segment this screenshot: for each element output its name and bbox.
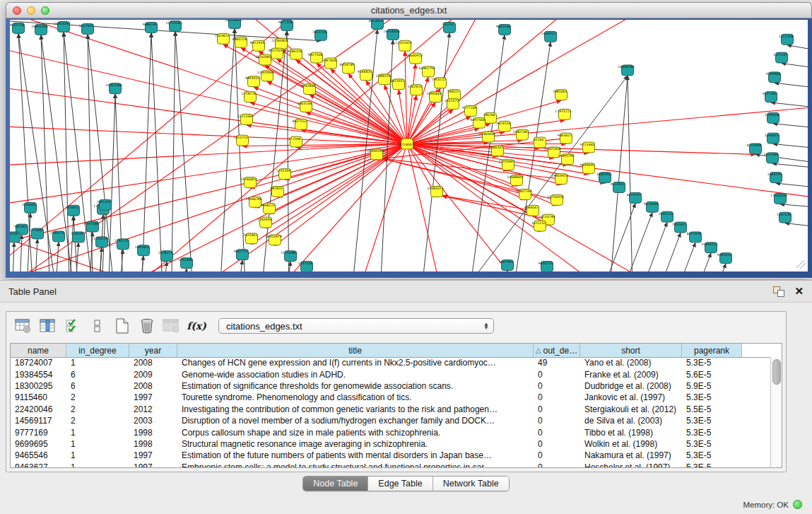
table-cell[interactable]: Embryonic stem cells: a model to study s… — [177, 462, 534, 467]
graph-node[interactable]: 1621064 — [764, 153, 779, 163]
table-row[interactable]: 1456911722003Disruption of a novel membe… — [11, 415, 770, 426]
tab-node-table[interactable]: Node Table — [303, 477, 368, 491]
graph-node[interactable]: 2935114 — [659, 211, 673, 222]
graph-node[interactable]: 1678273 — [158, 251, 173, 262]
canvas-resize-grip[interactable] — [796, 260, 806, 269]
table-cell[interactable]: 0 — [534, 370, 580, 380]
table-cell[interactable]: 5.3E-5 — [682, 392, 742, 402]
graph-node[interactable]: 22260858 — [271, 38, 288, 49]
graph-node[interactable]: 1569295 — [767, 173, 782, 183]
graph-node[interactable]: 1362615 — [408, 85, 423, 95]
table-cell[interactable]: 5.3E-5 — [682, 439, 742, 449]
graph-node[interactable]: 6479197 — [627, 192, 642, 203]
table-cell[interactable]: 9463627 — [11, 462, 66, 467]
table-cell[interactable]: 1 — [66, 450, 129, 460]
graph-node[interactable]: 7485063 — [553, 90, 567, 100]
clear-selection-icon[interactable] — [88, 317, 107, 335]
column-header-title[interactable]: title — [177, 344, 534, 357]
graph-node[interactable]: 1294275 — [50, 231, 65, 242]
table-cell[interactable]: de Silva et al. (2003) — [580, 416, 682, 426]
table-cell[interactable]: 0 — [534, 428, 580, 438]
table-cell[interactable]: Changes of HCN gene expression and I(f) … — [177, 358, 534, 368]
graph-node[interactable]: 6822057 — [390, 79, 405, 90]
table-cell[interactable]: 9115460 — [11, 392, 66, 402]
table-cell[interactable]: 1 — [66, 439, 129, 449]
table-cell[interactable]: 14569117 — [11, 416, 66, 426]
graph-node[interactable]: 9450773 — [539, 262, 553, 271]
table-cell[interactable]: 1997 — [129, 450, 177, 460]
graph-node[interactable]: 19046786 — [245, 197, 261, 207]
graph-node[interactable]: 16053809 — [225, 20, 241, 28]
graph-node[interactable]: 9084067 — [524, 205, 539, 216]
table-row[interactable]: 1830029562008Estimation of significance … — [11, 380, 770, 392]
graph-node[interactable]: 8186328 — [288, 49, 302, 59]
graph-node[interactable]: 1640954 — [596, 173, 611, 183]
table-cell[interactable]: 5.5E-5 — [682, 404, 742, 414]
table-cell[interactable]: 5.3E-5 — [682, 450, 742, 460]
graph-node[interactable]: 20953346 — [105, 83, 122, 94]
table-cell[interactable]: 2012 — [129, 404, 177, 414]
table-cell[interactable]: Hescheler et al. (1997) — [580, 462, 682, 467]
graph-node[interactable]: 8454749 — [340, 63, 355, 74]
table-cell[interactable]: 1998 — [129, 428, 177, 438]
graph-node[interactable]: 887833 — [270, 187, 283, 197]
graph-node[interactable]: 1240994 — [257, 217, 272, 228]
table-cell[interactable]: Franke et al. (2009) — [580, 370, 682, 380]
table-cell[interactable]: Investigating the contribution of common… — [177, 404, 534, 414]
graph-node[interactable]: 62160 — [534, 137, 546, 148]
zoom-window-button[interactable] — [41, 6, 49, 15]
scrollbar-thumb[interactable] — [772, 359, 781, 385]
graph-node[interactable]: 2020657 — [65, 205, 80, 216]
graph-node[interactable]: 10719181 — [165, 21, 182, 31]
graph-node[interactable]: 9355724 — [10, 23, 25, 33]
graph-node[interactable]: 8215958 — [747, 144, 762, 154]
table-row[interactable]: 946554611997Estimation of the future num… — [11, 450, 770, 461]
graph-node[interactable]: 117006 — [288, 136, 302, 147]
graph-node[interactable]: 1615132 — [531, 221, 546, 231]
table-vertical-scrollbar[interactable] — [770, 357, 782, 467]
graph-node[interactable]: 114519 — [71, 232, 84, 243]
table-cell[interactable]: 5.6E-5 — [682, 370, 742, 380]
graph-node[interactable]: 751552 — [442, 22, 455, 33]
graph-node[interactable]: 1250513 — [93, 237, 108, 247]
table-cell[interactable]: 0 — [534, 450, 580, 460]
table-cell[interactable]: 6 — [66, 381, 129, 391]
graph-node[interactable]: 1990443 — [427, 92, 442, 103]
graph-node[interactable]: 19495794 — [558, 154, 574, 165]
graph-node[interactable]: 9498222 — [261, 203, 276, 214]
table-cell[interactable]: 0 — [534, 404, 580, 414]
close-window-button[interactable] — [13, 6, 21, 15]
table-cell[interactable]: 5.3E-5 — [682, 462, 742, 467]
graph-node[interactable]: 20691406 — [31, 24, 47, 35]
table-row[interactable]: 946362711997Embryonic stem cells: a mode… — [11, 462, 770, 467]
column-header-name[interactable]: name — [11, 344, 66, 357]
table-cell[interactable]: 2 — [66, 392, 129, 402]
graph-node[interactable]: 7857224 — [312, 30, 327, 40]
tab-network-table[interactable]: Network Table — [433, 477, 509, 491]
table-cell[interactable]: Yano et al. (2008) — [580, 358, 682, 368]
table-cell[interactable]: 1 — [66, 428, 129, 438]
graph-node[interactable]: 9657771 — [234, 250, 249, 260]
graph-node[interactable]: 7955112 — [432, 78, 447, 88]
graph-node[interactable]: 1588520 — [376, 74, 391, 85]
graph-node[interactable]: 1810755 — [234, 135, 249, 146]
graph-node[interactable]: 12213369 — [237, 114, 253, 124]
close-panel-icon[interactable]: ✕ — [794, 286, 804, 296]
graph-node[interactable]: 17016504 — [770, 193, 787, 204]
table-cell[interactable]: 1 — [66, 358, 129, 368]
column-header-year[interactable]: year — [129, 344, 177, 357]
table-cell[interactable]: 22420046 — [11, 404, 66, 414]
table-cell[interactable]: 5.3E-5 — [682, 358, 742, 368]
select-all-icon[interactable] — [63, 317, 83, 335]
graph-node[interactable]: 9893033 — [245, 76, 260, 87]
table-cell[interactable]: 0 — [534, 392, 580, 402]
graph-node[interactable]: 14569117 — [541, 31, 557, 42]
table-row[interactable]: 969969511998Structural magnetic resonanc… — [11, 438, 770, 450]
network-canvas[interactable]: 1872400793557242069140610653287152760294… — [10, 20, 808, 271]
graph-node[interactable]: 9671338 — [278, 20, 293, 30]
table-cell[interactable]: 5.9E-5 — [682, 381, 742, 391]
graph-node[interactable]: 1695810 — [135, 245, 150, 256]
column-header-pagerank[interactable]: pagerank — [682, 344, 742, 357]
table-cell[interactable]: Structural magnetic resonance image aver… — [177, 439, 534, 449]
graph-node[interactable]: 16961758 — [418, 66, 435, 77]
